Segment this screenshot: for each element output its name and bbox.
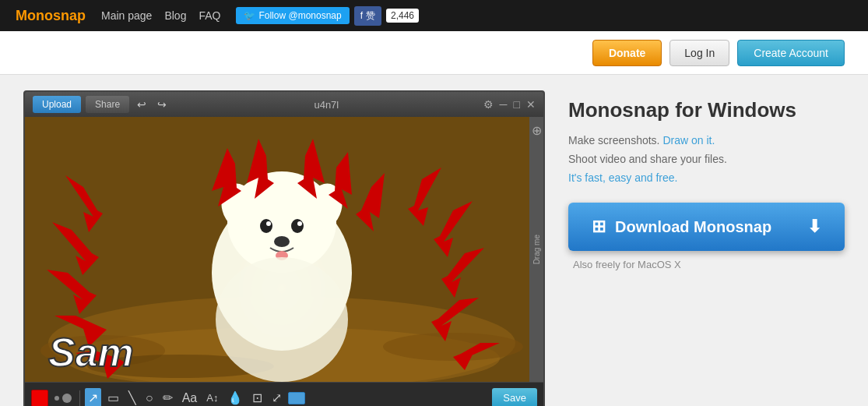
color-swatch-red[interactable] <box>31 390 48 407</box>
save-button[interactable]: Save <box>492 388 537 406</box>
draw-link[interactable]: Draw on it. <box>662 134 715 147</box>
fb-count: 2,446 <box>386 9 419 23</box>
arrow-tool-button[interactable]: ↗ <box>85 388 101 406</box>
login-button[interactable]: Log In <box>669 40 729 66</box>
fb-label: 赞 <box>366 9 375 23</box>
promo-description: Make screenshots. Draw on it. Shoot vide… <box>568 132 845 187</box>
crop-tool-button[interactable]: ⊡ <box>249 388 265 406</box>
pencil-tool-button[interactable]: ✏ <box>160 388 176 406</box>
drag-me-sidebar[interactable]: ⊕ Drag me <box>529 117 543 382</box>
share-button[interactable]: Share <box>86 96 129 113</box>
donate-button[interactable]: Donate <box>592 40 662 66</box>
size-small[interactable] <box>54 396 59 401</box>
windows-icon: ⊞ <box>592 217 606 237</box>
promo-line3: It's fast, easy and free. <box>568 169 845 188</box>
maximize-icon[interactable]: □ <box>514 98 520 111</box>
svg-point-11 <box>260 219 272 233</box>
twitter-follow-button[interactable]: 🐦 Follow @monosnap <box>236 7 349 24</box>
action-bar: Donate Log In Create Account <box>0 31 868 75</box>
logo: Monosnap <box>16 8 86 24</box>
svg-point-13 <box>266 221 271 226</box>
twitter-label: Follow @monosnap <box>258 10 341 21</box>
mac-note: Also freely for MacOS X <box>568 259 845 270</box>
promo-title: Monosnap for Windows <box>568 98 845 122</box>
svg-point-15 <box>274 236 290 247</box>
facebook-like-button[interactable]: f 赞 <box>354 6 381 26</box>
nav-blog[interactable]: Blog <box>164 9 186 22</box>
editor-image-area: Sam ⊕ Drag me <box>25 117 543 382</box>
svg-text:Sam: Sam <box>48 330 134 375</box>
drag-icon: ⊕ <box>532 123 542 138</box>
dog-background: Sam <box>25 117 543 382</box>
size-large[interactable] <box>62 394 72 403</box>
upload-button[interactable]: Upload <box>33 96 81 113</box>
mac-note-text: Also freely for MacOS X <box>573 259 681 270</box>
minimize-icon[interactable]: ─ <box>500 98 508 111</box>
nav-main-page[interactable]: Main page <box>101 9 152 22</box>
toolbar-separator-1 <box>79 390 80 406</box>
twitter-bird-icon: 🐦 <box>244 10 255 21</box>
svg-point-4 <box>383 333 523 361</box>
right-content: Monosnap for Windows Make screenshots. D… <box>568 90 845 406</box>
nav-links: Main page Blog FAQ <box>101 9 220 22</box>
resize-tool-button[interactable]: ⤢ <box>269 388 285 406</box>
titlebar-right: ⚙ ─ □ ✕ <box>483 98 536 111</box>
file-name-label: u4n7l <box>176 99 477 111</box>
editor-toolbar: ↗ ▭ ╲ ○ ✏ Aa A↕ 💧 ⊡ ⤢ Save <box>25 382 543 406</box>
svg-point-12 <box>291 219 304 233</box>
editor-window: Upload Share ↩ ↪ u4n7l ⚙ ─ □ ✕ <box>23 90 545 406</box>
editor-area: Upload Share ↩ ↪ u4n7l ⚙ ─ □ ✕ <box>23 90 545 406</box>
line-tool-button[interactable]: ╲ <box>125 388 139 406</box>
download-arrow-icon: ⬇ <box>807 217 821 237</box>
redo-button[interactable]: ↪ <box>154 97 170 112</box>
close-icon[interactable]: ✕ <box>526 98 536 111</box>
scene-svg: Sam <box>25 117 543 382</box>
promo-line1: Make screenshots. Draw on it. <box>568 132 845 150</box>
top-nav: Monosnap Main page Blog FAQ 🐦 Follow @mo… <box>0 0 868 31</box>
nav-faq[interactable]: FAQ <box>199 9 220 22</box>
undo-button[interactable]: ↩ <box>134 97 149 112</box>
ellipse-tool-button[interactable]: ○ <box>142 389 156 407</box>
rect-tool-button[interactable]: ▭ <box>104 388 122 406</box>
drag-me-label: Drag me <box>532 235 541 264</box>
svg-point-14 <box>297 221 302 226</box>
text-resize-tool-button[interactable]: A↕ <box>203 390 221 406</box>
blur-tool-button[interactable]: 💧 <box>224 388 246 406</box>
download-button[interactable]: ⊞ Download Monosnap ⬇ <box>568 203 845 251</box>
size-selector <box>51 394 75 403</box>
editor-titlebar: Upload Share ↩ ↪ u4n7l ⚙ ─ □ ✕ <box>25 92 543 117</box>
facebook-icon: f <box>360 10 363 21</box>
download-label: Download Monosnap <box>615 218 771 236</box>
titlebar-btn-group: Upload Share ↩ ↪ <box>33 96 170 113</box>
create-account-button[interactable]: Create Account <box>737 40 845 66</box>
svg-point-17 <box>216 257 348 382</box>
settings-icon[interactable]: ⚙ <box>483 98 494 111</box>
promo-line2: Shoot video and share your files. <box>568 150 845 169</box>
text-aa-tool-button[interactable]: Aa <box>179 389 201 407</box>
main-content: Upload Share ↩ ↪ u4n7l ⚙ ─ □ ✕ <box>0 75 868 406</box>
thumbnail-icon[interactable] <box>288 392 305 404</box>
social-group: 🐦 Follow @monosnap f 赞 2,446 <box>236 6 419 26</box>
